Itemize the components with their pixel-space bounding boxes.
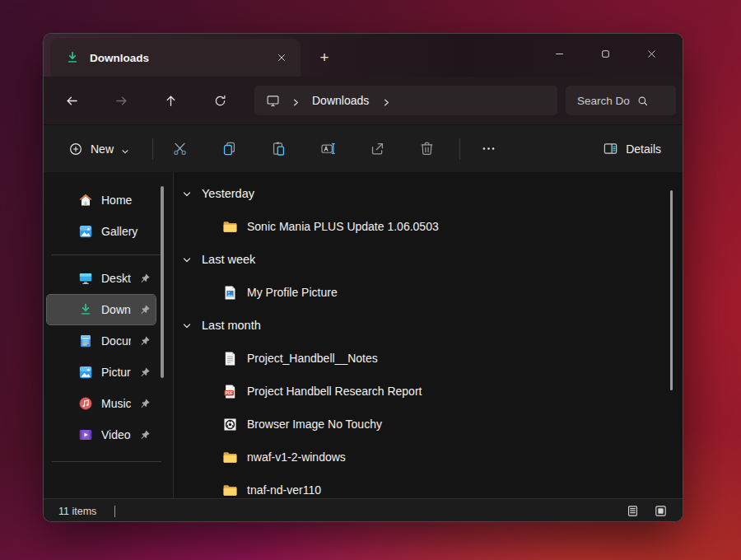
file-explorer-window: Downloads + <box>43 33 683 522</box>
tab-close-button[interactable] <box>271 47 292 68</box>
sidebar-item-music[interactable]: Music <box>47 389 156 418</box>
sidebar-divider <box>52 461 161 462</box>
rename-icon <box>320 141 336 156</box>
file-row[interactable]: nwaf-v1-2-windows <box>174 441 683 474</box>
gallery-icon <box>78 224 93 239</box>
folder-icon <box>222 450 238 465</box>
breadcrumb-chevron-icon[interactable] <box>382 96 391 105</box>
details-label: Details <box>626 142 661 156</box>
sidebar-item-label: Downloads <box>101 303 131 316</box>
status-bar: 11 items <box>44 498 683 522</box>
folder-icon <box>222 483 238 498</box>
delete-icon <box>419 141 435 156</box>
file-row[interactable]: Project_Handbell__Notes <box>174 342 683 375</box>
search-box[interactable]: Search Downloads <box>566 86 676 115</box>
file-row[interactable]: PDFProject Handbell Research Report <box>174 375 683 408</box>
chevron-down-icon[interactable] <box>182 320 192 330</box>
chevron-down-icon <box>121 145 129 153</box>
sidebar-item-label: Desktop <box>101 272 131 285</box>
pin-icon <box>139 335 151 347</box>
new-tab-button[interactable]: + <box>312 45 337 70</box>
file-name: My Profile Picture <box>247 286 338 299</box>
group-header-last-month[interactable]: Last month <box>174 309 683 342</box>
pictures-icon <box>78 365 93 380</box>
details-pane-button[interactable]: Details <box>593 133 671 165</box>
group-header-last-week[interactable]: Last week <box>174 243 683 276</box>
minimize-button[interactable] <box>536 39 582 68</box>
sidebar-scrollbar[interactable] <box>161 186 164 378</box>
sidebar-item-label: Gallery <box>101 225 151 238</box>
tab-title: Downloads <box>90 52 271 64</box>
file-row[interactable]: Browser Image No Touchy <box>174 408 683 441</box>
file-row[interactable]: Sonic Mania PLUS Update 1.06.0503 <box>174 210 683 243</box>
share-icon <box>370 141 385 156</box>
image-file-icon <box>222 285 238 301</box>
breadcrumb-chevron-icon[interactable] <box>291 96 301 105</box>
new-button[interactable]: New <box>58 133 139 165</box>
file-row[interactable]: My Profile Picture <box>174 276 683 309</box>
maximize-button[interactable] <box>582 39 628 68</box>
videos-icon <box>78 427 93 442</box>
delete-button[interactable] <box>410 133 443 165</box>
pin-icon <box>139 273 151 284</box>
plus-circle-icon <box>68 142 83 156</box>
group-header-yesterday[interactable]: Yesterday <box>174 177 683 210</box>
forward-button[interactable] <box>106 86 136 115</box>
pdf-file-icon: PDF <box>222 384 238 399</box>
share-button[interactable] <box>361 133 394 165</box>
refresh-button[interactable] <box>205 86 235 115</box>
file-name: tnaf-nd-ver110 <box>247 483 321 497</box>
navigation-pane: HomeGalleryDesktopDownloadsDocumentsPict… <box>44 172 174 498</box>
desktop-icon <box>78 271 93 286</box>
chevron-down-icon[interactable] <box>182 189 192 198</box>
content-scrollbar[interactable] <box>670 190 673 390</box>
sidebar-item-label: Documents <box>101 334 131 348</box>
sidebar-item-pictures[interactable]: Pictures <box>47 357 156 387</box>
sidebar-item-home[interactable]: Home <box>47 185 156 215</box>
back-button[interactable] <box>57 86 86 115</box>
breadcrumb-segment-downloads[interactable]: Downloads <box>312 94 369 107</box>
sidebar-item-downloads[interactable]: Downloads <box>47 295 156 324</box>
text-file-icon <box>222 351 238 366</box>
address-bar[interactable]: Downloads <box>254 86 557 115</box>
file-name: Project Handbell Research Report <box>247 385 422 398</box>
window-controls <box>536 39 674 68</box>
chevron-down-icon[interactable] <box>182 254 192 264</box>
file-name: nwaf-v1-2-windows <box>247 450 346 464</box>
items-count: 11 items <box>58 506 96 517</box>
cut-button[interactable] <box>163 133 196 165</box>
close-button[interactable] <box>628 39 674 68</box>
details-pane-icon <box>603 141 618 156</box>
pin-icon <box>139 304 151 315</box>
search-icon[interactable] <box>636 95 649 107</box>
documents-icon <box>78 334 93 348</box>
sidebar-item-label: Videos <box>101 428 131 441</box>
this-pc-monitor-icon <box>266 94 280 108</box>
downloads-icon <box>78 302 93 317</box>
sidebar-item-videos[interactable]: Videos <box>47 420 156 450</box>
file-name: Project_Handbell__Notes <box>247 352 378 365</box>
file-row[interactable]: tnaf-nd-ver110 <box>174 474 683 498</box>
toolbar-divider <box>459 138 460 160</box>
sidebar-item-gallery[interactable]: Gallery <box>47 217 156 246</box>
copy-button[interactable] <box>212 133 245 165</box>
thumbnail-view-toggle-button[interactable] <box>650 502 671 520</box>
explorer-tab-downloads[interactable]: Downloads <box>50 39 301 77</box>
command-bar: New Details <box>44 124 683 172</box>
sidebar-item-label: Pictures <box>101 366 131 379</box>
search-placeholder: Search Downloads <box>577 95 630 107</box>
up-button[interactable] <box>156 86 185 115</box>
copy-icon <box>221 141 237 156</box>
sidebar-divider <box>52 254 161 255</box>
more-options-button[interactable] <box>472 133 505 165</box>
file-name: Browser Image No Touchy <box>247 418 382 431</box>
rename-button[interactable] <box>311 133 344 165</box>
sidebar-item-documents[interactable]: Documents <box>47 326 156 356</box>
paste-button[interactable] <box>262 133 295 165</box>
music-icon <box>78 396 93 411</box>
sidebar-item-desktop[interactable]: Desktop <box>47 264 156 293</box>
svg-text:PDF: PDF <box>226 390 233 394</box>
emblem-image-file-icon <box>222 417 238 432</box>
paste-icon <box>271 141 287 156</box>
details-view-toggle-button[interactable] <box>622 502 643 520</box>
